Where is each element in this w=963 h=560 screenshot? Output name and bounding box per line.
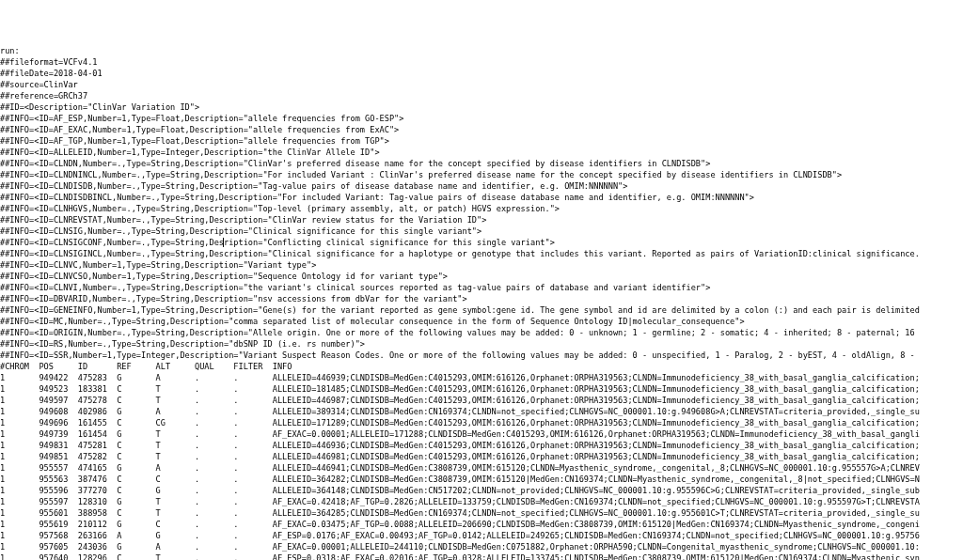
vcf-row: 1 957568 263166 A G . . AF_ESP=0.0176;AF…: [0, 530, 963, 541]
vcf-header: ##INFO=<ID=CLNDISDBINCL,Number=.,Type=St…: [0, 192, 963, 203]
vcf-header: ##INFO=<ID=DBVARID,Number=.,Type=String,…: [0, 293, 963, 304]
vcf-row: 1 949739 161454 G T . . AF_EXAC=0.00001;…: [0, 428, 963, 440]
vcf-row: 1 949696 161455 C CG . . ALLELEID=171289…: [0, 417, 963, 428]
vcf-header: ##INFO=<ID=AF_TGP,Number=1,Type=Float,De…: [0, 135, 963, 147]
vcf-row: 1 955597 128310 G T . . AF_EXAC=0.42418;…: [0, 496, 963, 507]
vcf-row: 1 949523 183381 C T . . ALLELEID=181485;…: [0, 383, 963, 395]
vcf-header: ##reference=GRCh37: [0, 90, 963, 101]
vcf-row: 1 955601 388958 C T . . ALLELEID=364285;…: [0, 507, 963, 519]
vcf-header: ##INFO=<ID=SSR,Number=1,Type=Integer,Des…: [0, 350, 963, 361]
vcf-header: ##INFO=<ID=ORIGIN,Number=.,Type=String,D…: [0, 327, 963, 338]
vcf-row: 1 949608 402986 G A . . ALLELEID=389314;…: [0, 406, 963, 417]
vcf-header: ##INFO=<ID=ALLELEID,Number=1,Type=Intege…: [0, 147, 963, 158]
vcf-header: ##fileDate=2018-04-01: [0, 68, 963, 79]
vcf-header: ##INFO=<ID=CLNDN,Number=.,Type=String,De…: [0, 158, 963, 169]
vcf-row: 1 955619 210112 G C . . AF_EXAC=0.03475;…: [0, 519, 963, 530]
vcf-header: ##INFO=<ID=CLNVC,Number=1,Type=String,De…: [0, 259, 963, 271]
vcf-header: ##INFO=<ID=AF_EXAC,Number=1,Type=Float,D…: [0, 124, 963, 135]
prompt-line: run:: [0, 45, 963, 56]
vcf-header: ##INFO=<ID=GENEINFO,Number=1,Type=String…: [0, 304, 963, 316]
vcf-header: ##INFO=<ID=CLNVCSO,Number=1,Type=String,…: [0, 271, 963, 282]
vcf-header: ##INFO=<ID=CLNSIGINCL,Number=.,Type=Stri…: [0, 248, 963, 259]
vcf-row: 1 949851 475282 C T . . ALLELEID=446981;…: [0, 451, 963, 462]
vcf-row: 1 949831 475281 C T . . ALLELEID=446936;…: [0, 440, 963, 451]
vcf-row: 1 957605 243036 G A . . AF_EXAC=0.00001;…: [0, 541, 963, 552]
vcf-columns-header: #CHROM POS ID REF ALT QUAL FILTER INFO: [0, 361, 963, 372]
vcf-row: 1 955557 474165 G A . . ALLELEID=446941;…: [0, 462, 963, 474]
vcf-row: 1 955596 377270 C G . . ALLELEID=364148;…: [0, 485, 963, 496]
vcf-header: ##INFO=<ID=CLNDISDB,Number=.,Type=String…: [0, 180, 963, 192]
vcf-header: ##source=ClinVar: [0, 79, 963, 90]
vcf-header: ##INFO=<ID=RS,Number=.,Type=String,Descr…: [0, 338, 963, 350]
vcf-header: ##INFO=<ID=CLNSIGCONF,Number=.,Type=Stri…: [0, 237, 963, 248]
vcf-header: ##fileformat=VCFv4.1: [0, 56, 963, 68]
vcf-header: ##INFO=<ID=AF_ESP,Number=1,Type=Float,De…: [0, 113, 963, 124]
vcf-header: ##INFO=<ID=CLNREVSTAT,Number=.,Type=Stri…: [0, 214, 963, 226]
vcf-header: ##ID=<Description="ClinVar Variation ID"…: [0, 101, 963, 113]
vcf-row: 1 949597 475278 C T . . ALLELEID=446987;…: [0, 395, 963, 406]
vcf-header: ##INFO=<ID=CLNDNINCL,Number=.,Type=Strin…: [0, 169, 963, 180]
vcf-row: 1 955563 387476 C C . . ALLELEID=364282;…: [0, 474, 963, 485]
terminal-output: run:##fileformat=VCFv4.1##fileDate=2018-…: [0, 45, 963, 560]
vcf-header: ##INFO=<ID=CLNHGVS,Number=.,Type=String,…: [0, 203, 963, 214]
vcf-row: 1 957640 128296 C T . . AF_ESP=0.0318;AF…: [0, 552, 963, 560]
vcf-header: ##INFO=<ID=CLNVI,Number=.,Type=String,De…: [0, 282, 963, 293]
vcf-header: ##INFO=<ID=MC,Number=.,Type=String,Descr…: [0, 316, 963, 327]
vcf-header: ##INFO=<ID=CLNSIG,Number=.,Type=String,D…: [0, 226, 963, 237]
vcf-row: 1 949422 475283 G A . . ALLELEID=446939;…: [0, 372, 963, 383]
